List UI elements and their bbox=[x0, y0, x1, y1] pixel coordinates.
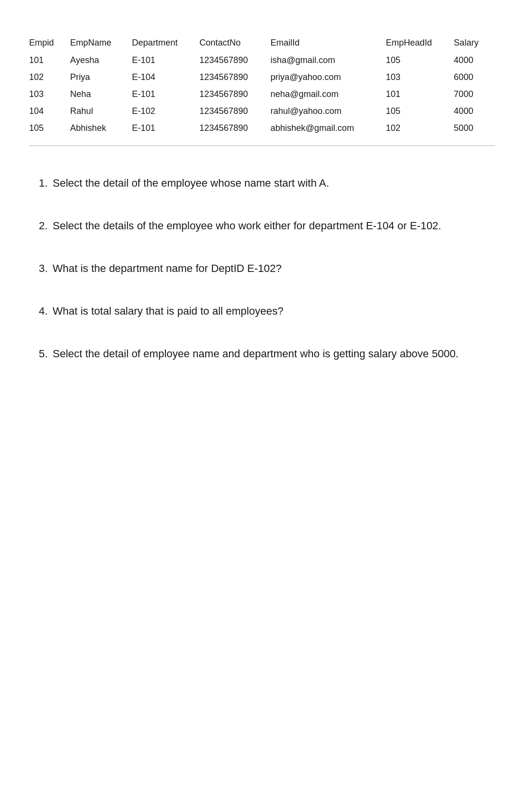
question-text-2: Select the details of the employee who w… bbox=[49, 220, 441, 232]
cell-r3-c6: 4000 bbox=[454, 103, 495, 120]
cell-r0-c4: isha@gmail.com bbox=[271, 52, 386, 69]
cell-r1-c0: 102 bbox=[29, 69, 70, 86]
cell-r0-c2: E-101 bbox=[132, 52, 199, 69]
col-header-department: Department bbox=[132, 34, 199, 52]
question-item-5: 5. Select the detail of employee name an… bbox=[39, 346, 485, 362]
table-row: 101AyeshaE-1011234567890isha@gmail.com10… bbox=[29, 52, 495, 69]
cell-r2-c2: E-101 bbox=[132, 86, 199, 103]
cell-r0-c6: 4000 bbox=[454, 52, 495, 69]
cell-r2-c0: 103 bbox=[29, 86, 70, 103]
table-row: 102PriyaE-1041234567890priya@yahoo.com10… bbox=[29, 69, 495, 86]
question-item-2: 2. Select the details of the employee wh… bbox=[39, 218, 485, 234]
question-number-2: 2. bbox=[39, 220, 48, 232]
col-header-emailid: EmailId bbox=[271, 34, 386, 52]
table-header: EmpidEmpNameDepartmentContactNoEmailIdEm… bbox=[29, 34, 495, 52]
col-header-empheadid: EmpHeadId bbox=[386, 34, 454, 52]
cell-r4-c1: Abhishek bbox=[70, 120, 132, 137]
cell-r1-c6: 6000 bbox=[454, 69, 495, 86]
question-text-5: Select the detail of employee name and d… bbox=[49, 348, 458, 360]
cell-r4-c0: 105 bbox=[29, 120, 70, 137]
cell-r2-c4: neha@gmail.com bbox=[271, 86, 386, 103]
cell-r1-c5: 103 bbox=[386, 69, 454, 86]
cell-r3-c3: 1234567890 bbox=[199, 103, 271, 120]
question-number-5: 5. bbox=[39, 348, 48, 360]
questions-section: 1. Select the detail of the employee who… bbox=[29, 175, 495, 362]
question-number-4: 4. bbox=[39, 305, 48, 317]
col-header-empname: EmpName bbox=[70, 34, 132, 52]
cell-r4-c4: abhishek@gmail.com bbox=[271, 120, 386, 137]
cell-r4-c6: 5000 bbox=[454, 120, 495, 137]
cell-r3-c2: E-102 bbox=[132, 103, 199, 120]
cell-r2-c1: Neha bbox=[70, 86, 132, 103]
cell-r1-c2: E-104 bbox=[132, 69, 199, 86]
question-item-1: 1. Select the detail of the employee who… bbox=[39, 175, 485, 191]
cell-r0-c3: 1234567890 bbox=[199, 52, 271, 69]
cell-r0-c5: 105 bbox=[386, 52, 454, 69]
cell-r1-c3: 1234567890 bbox=[199, 69, 271, 86]
cell-r3-c0: 104 bbox=[29, 103, 70, 120]
cell-r1-c1: Priya bbox=[70, 69, 132, 86]
cell-r3-c4: rahul@yahoo.com bbox=[271, 103, 386, 120]
cell-r4-c2: E-101 bbox=[132, 120, 199, 137]
question-text-4: What is total salary that is paid to all… bbox=[49, 305, 283, 317]
question-item-4: 4. What is total salary that is paid to … bbox=[39, 303, 485, 319]
cell-r3-c5: 105 bbox=[386, 103, 454, 120]
table-divider bbox=[29, 145, 495, 146]
table-row: 105AbhishekE-1011234567890abhishek@gmail… bbox=[29, 120, 495, 137]
table-body: 101AyeshaE-1011234567890isha@gmail.com10… bbox=[29, 52, 495, 137]
col-header-empid: Empid bbox=[29, 34, 70, 52]
header-row: EmpidEmpNameDepartmentContactNoEmailIdEm… bbox=[29, 34, 495, 52]
question-text-1: Select the detail of the employee whose … bbox=[49, 177, 329, 189]
cell-r2-c6: 7000 bbox=[454, 86, 495, 103]
table-row: 104RahulE-1021234567890rahul@yahoo.com10… bbox=[29, 103, 495, 120]
col-header-salary: Salary bbox=[454, 34, 495, 52]
cell-r2-c5: 101 bbox=[386, 86, 454, 103]
question-text-3: What is the department name for DeptID E… bbox=[49, 262, 281, 274]
cell-r4-c5: 102 bbox=[386, 120, 454, 137]
question-item-3: 3. What is the department name for DeptI… bbox=[39, 260, 485, 276]
cell-r3-c1: Rahul bbox=[70, 103, 132, 120]
cell-r2-c3: 1234567890 bbox=[199, 86, 271, 103]
question-number-1: 1. bbox=[39, 177, 48, 189]
cell-r0-c0: 101 bbox=[29, 52, 70, 69]
cell-r4-c3: 1234567890 bbox=[199, 120, 271, 137]
employee-table: EmpidEmpNameDepartmentContactNoEmailIdEm… bbox=[29, 34, 495, 137]
question-number-3: 3. bbox=[39, 262, 48, 274]
col-header-contactno: ContactNo bbox=[199, 34, 271, 52]
table-row: 103NehaE-1011234567890neha@gmail.com1017… bbox=[29, 86, 495, 103]
cell-r0-c1: Ayesha bbox=[70, 52, 132, 69]
cell-r1-c4: priya@yahoo.com bbox=[271, 69, 386, 86]
